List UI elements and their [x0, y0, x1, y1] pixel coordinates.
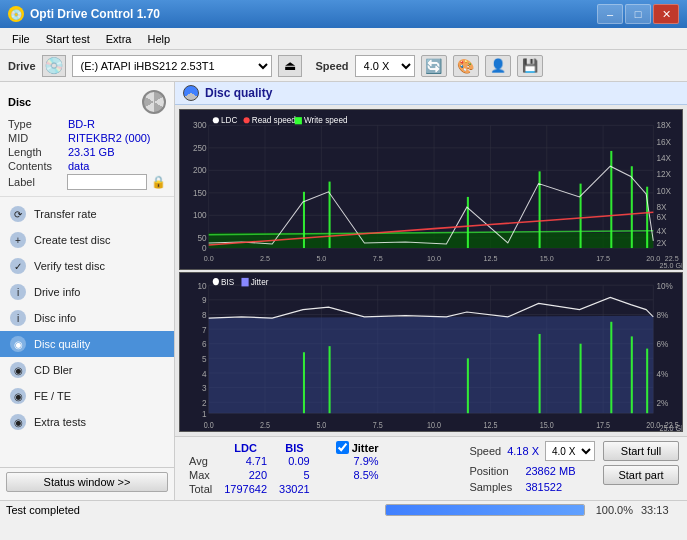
max-jitter: 8.5% [332, 468, 385, 482]
svg-text:10.0: 10.0 [427, 420, 442, 430]
svg-text:4X: 4X [656, 227, 667, 236]
status-bar: Test completed 100.0% 33:13 [0, 500, 687, 518]
svg-rect-57 [295, 117, 302, 124]
svg-text:150: 150 [193, 189, 207, 198]
menu-help[interactable]: Help [139, 31, 178, 47]
svg-text:2X: 2X [656, 239, 667, 248]
sidebar-item-cd-bler[interactable]: ◉ CD Bler [0, 357, 174, 383]
nav-label-transfer-rate: Transfer rate [34, 208, 97, 220]
svg-rect-111 [610, 321, 612, 412]
drive-select[interactable]: (E:) ATAPI iHBS212 2.53T1 [72, 55, 272, 77]
type-label: Type [8, 118, 68, 130]
svg-text:17.5: 17.5 [596, 420, 611, 430]
svg-text:2%: 2% [656, 397, 668, 408]
speed-stat-select[interactable]: 4.0 X 2.0 X MAX [545, 441, 595, 461]
sidebar-nav: ⟳ Transfer rate + Create test disc ✓ Ver… [0, 201, 174, 435]
svg-text:15.0: 15.0 [540, 420, 555, 430]
svg-rect-109 [539, 333, 541, 412]
total-bis: 33021 [273, 482, 316, 496]
app-title: Opti Drive Control 1.70 [30, 7, 160, 21]
sidebar-item-disc-info[interactable]: i Disc info [0, 305, 174, 331]
nav-icon-extra-tests: ◉ [10, 414, 26, 430]
status-time: 33:13 [641, 504, 681, 516]
refresh-button[interactable]: 🔄 [421, 55, 447, 77]
total-label: Total [183, 482, 218, 496]
sidebar-item-extra-tests[interactable]: ◉ Extra tests [0, 409, 174, 435]
close-button[interactable]: ✕ [653, 4, 679, 24]
svg-text:2: 2 [202, 397, 207, 408]
nav-icon-transfer-rate: ⟳ [10, 206, 26, 222]
svg-point-114 [213, 277, 219, 284]
mid-label: MID [8, 132, 68, 144]
sidebar-item-fe-te[interactable]: ◉ FE / TE [0, 383, 174, 409]
samples-value: 381522 [525, 481, 562, 493]
charts-area: 300 250 200 150 100 50 0 18X 16X 14X 12X [175, 105, 687, 436]
svg-text:12.5: 12.5 [483, 255, 497, 263]
svg-text:6X: 6X [656, 213, 667, 222]
menu-file[interactable]: File [4, 31, 38, 47]
svg-text:5: 5 [202, 353, 207, 364]
svg-text:9: 9 [202, 294, 207, 305]
svg-text:2.5: 2.5 [260, 255, 270, 263]
svg-text:10: 10 [198, 280, 207, 291]
app-icon: 💿 [8, 6, 24, 22]
sidebar-item-transfer-rate[interactable]: ⟳ Transfer rate [0, 201, 174, 227]
maximize-button[interactable]: □ [625, 4, 651, 24]
nav-label-disc-info: Disc info [34, 312, 76, 324]
config-button[interactable]: 🎨 [453, 55, 479, 77]
nav-icon-verify-test: ✓ [10, 258, 26, 274]
menu-start-test[interactable]: Start test [38, 31, 98, 47]
start-part-button[interactable]: Start part [603, 465, 679, 485]
status-window-button[interactable]: Status window >> [6, 472, 168, 492]
drive-eject-button[interactable]: ⏏ [278, 55, 302, 77]
svg-text:25.0 GB: 25.0 GB [659, 263, 682, 269]
svg-text:7: 7 [202, 324, 207, 335]
title-bar: 💿 Opti Drive Control 1.70 – □ ✕ [0, 0, 687, 28]
svg-text:6: 6 [202, 338, 207, 349]
profile-button[interactable]: 👤 [485, 55, 511, 77]
svg-text:8%: 8% [656, 309, 668, 320]
minimize-button[interactable]: – [597, 4, 623, 24]
type-value: BD-R [68, 118, 95, 130]
jitter-checkbox[interactable] [336, 441, 349, 454]
start-full-button[interactable]: Start full [603, 441, 679, 461]
svg-point-53 [213, 117, 219, 123]
disc-label-input[interactable] [67, 174, 147, 190]
svg-text:Write speed: Write speed [304, 116, 348, 125]
main-area: Disc Type BD-R MID RITEKBR2 (000) Length… [0, 82, 687, 500]
sidebar-item-create-test[interactable]: + Create test disc [0, 227, 174, 253]
speed-stat-label: Speed [469, 445, 501, 457]
jitter-checkbox-header: Jitter [332, 441, 385, 454]
save-button[interactable]: 💾 [517, 55, 543, 77]
sidebar-item-verify-test[interactable]: ✓ Verify test disc [0, 253, 174, 279]
svg-text:15.0: 15.0 [540, 255, 554, 263]
svg-rect-108 [467, 358, 469, 413]
nav-label-fe-te: FE / TE [34, 390, 71, 402]
drive-label: Drive [8, 60, 36, 72]
svg-rect-47 [467, 197, 469, 248]
nav-label-cd-bler: CD Bler [34, 364, 73, 376]
disc-icon [142, 90, 166, 114]
svg-rect-45 [303, 192, 305, 248]
nav-icon-drive-info: i [10, 284, 26, 300]
sidebar-item-disc-quality[interactable]: ◉ Disc quality [0, 331, 174, 357]
position-value: 23862 MB [525, 465, 575, 477]
speed-select[interactable]: 4.0 X 2.0 X MAX [355, 55, 415, 77]
nav-label-disc-quality: Disc quality [34, 338, 90, 350]
svg-text:10.0: 10.0 [427, 255, 441, 263]
svg-text:7.5: 7.5 [373, 420, 384, 430]
svg-text:3: 3 [202, 382, 207, 393]
nav-icon-create-test: + [10, 232, 26, 248]
svg-text:0.0: 0.0 [204, 420, 215, 430]
speed-stat-value: 4.18 X [507, 445, 539, 457]
nav-icon-disc-info: i [10, 310, 26, 326]
progress-label: 100.0% [593, 504, 633, 516]
nav-label-verify-test: Verify test disc [34, 260, 105, 272]
svg-rect-113 [646, 348, 648, 413]
length-value: 23.31 GB [68, 146, 114, 158]
label-icon[interactable]: 🔒 [151, 175, 166, 189]
svg-text:7.5: 7.5 [373, 255, 383, 263]
sidebar-item-drive-info[interactable]: i Drive info [0, 279, 174, 305]
menu-extra[interactable]: Extra [98, 31, 140, 47]
status-text: Test completed [6, 504, 377, 516]
